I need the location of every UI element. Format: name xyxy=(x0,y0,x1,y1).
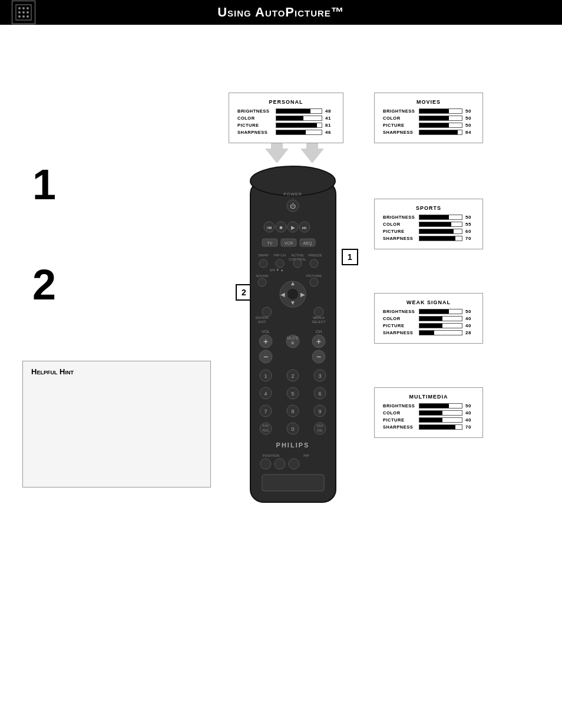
weak-color-bar xyxy=(419,316,463,321)
sports-picture-value: 60 xyxy=(465,229,474,234)
personal-picture-bar xyxy=(276,123,323,128)
multimedia-sharpness-bar xyxy=(419,424,463,430)
movies-row-sharpness: SHARPNESS 84 xyxy=(383,130,474,135)
svg-text:+: + xyxy=(263,337,268,346)
svg-text:DE: DE xyxy=(318,429,322,432)
svg-text:AOL: AOL xyxy=(262,429,270,432)
personal-row-picture: PICTURE 81 xyxy=(237,123,335,128)
svg-text:8: 8 xyxy=(291,409,294,414)
weak-picture-bar xyxy=(419,323,463,328)
svg-text:✕: ✕ xyxy=(290,340,295,346)
svg-text:3: 3 xyxy=(318,373,321,379)
movies-sharpness-bar xyxy=(419,130,463,135)
movies-brightness-bar xyxy=(419,108,463,114)
svg-text:SWAP: SWAP xyxy=(258,253,268,257)
svg-point-99 xyxy=(289,459,299,469)
svg-point-1 xyxy=(18,7,21,9)
multimedia-sharpness-label: SHARPNESS xyxy=(383,424,419,430)
weak-signal-title: WEAK SIGNAL xyxy=(383,299,474,305)
svg-text:5: 5 xyxy=(291,391,294,397)
svg-text:−: − xyxy=(263,352,268,361)
personal-picture-value: 81 xyxy=(325,123,335,128)
panel-weak-signal: WEAK SIGNAL BRIGHTNESS 50 COLOR 40 PICTU… xyxy=(374,293,483,344)
header-icon xyxy=(12,1,35,24)
svg-text:⏭: ⏭ xyxy=(302,225,307,230)
sports-sharpness-bar xyxy=(419,236,463,241)
movies-picture-bar xyxy=(419,123,463,128)
sports-picture-label: PICTURE xyxy=(383,229,419,234)
multimedia-row-color: COLOR 40 xyxy=(383,410,474,416)
multimedia-color-label: COLOR xyxy=(383,410,419,416)
svg-text:PIP CH: PIP CH xyxy=(274,253,286,257)
panel-sports: SPORTS BRIGHTNESS 50 COLOR 55 PICTURE 60… xyxy=(374,199,483,249)
sports-color-value: 55 xyxy=(465,222,474,227)
personal-row-brightness: BRIGHTNESS 48 xyxy=(237,108,335,114)
svg-point-49 xyxy=(262,307,272,317)
weak-picture-value: 40 xyxy=(465,323,474,328)
svg-text:PHILIPS: PHILIPS xyxy=(276,442,310,449)
svg-text:7: 7 xyxy=(264,409,267,414)
sports-brightness-value: 50 xyxy=(465,215,474,220)
weak-row-color: COLOR 40 xyxy=(383,316,474,321)
weak-row-picture: PICTURE 40 xyxy=(383,323,474,328)
svg-text:CH: CH xyxy=(316,330,322,334)
sports-row-picture: PICTURE 60 xyxy=(383,229,474,234)
personal-title: PERSONAL xyxy=(237,99,335,105)
svg-text:ENTER/: ENTER/ xyxy=(256,316,269,319)
movies-color-label: COLOR xyxy=(383,116,419,121)
movies-brightness-value: 50 xyxy=(465,108,474,114)
svg-point-11 xyxy=(250,166,335,196)
sports-row-brightness: BRIGHTNESS 50 xyxy=(383,215,474,220)
multimedia-row-picture: PICTURE 40 xyxy=(383,417,474,423)
sports-brightness-label: BRIGHTNESS xyxy=(383,215,419,220)
svg-point-52 xyxy=(314,307,323,317)
svg-point-8 xyxy=(22,15,25,18)
weak-sharpness-bar xyxy=(419,330,463,335)
svg-point-97 xyxy=(260,459,271,469)
multimedia-picture-bar xyxy=(419,417,463,423)
svg-text:SOUND: SOUND xyxy=(256,274,269,278)
svg-text:TV: TV xyxy=(267,241,273,245)
sports-sharpness-value: 70 xyxy=(465,236,474,241)
multimedia-picture-value: 40 xyxy=(465,417,474,423)
svg-text:VOL: VOL xyxy=(262,330,270,334)
svg-point-6 xyxy=(27,11,29,14)
weak-brightness-label: BRIGHTNESS xyxy=(383,309,419,314)
personal-picture-label: PICTURE xyxy=(237,123,276,128)
svg-text:■: ■ xyxy=(279,225,282,230)
multimedia-row-brightness: BRIGHTNESS 50 xyxy=(383,403,474,409)
movies-sharpness-label: SHARPNESS xyxy=(383,130,419,135)
helpful-hint-box: Helpful Hint xyxy=(22,361,211,487)
multimedia-sharpness-value: 70 xyxy=(465,424,474,430)
svg-text:−: − xyxy=(316,352,321,361)
personal-sharpness-bar xyxy=(276,130,323,135)
personal-color-value: 41 xyxy=(325,116,335,121)
svg-text:ACTIVE: ACTIVE xyxy=(291,253,304,257)
svg-text:POSITION: POSITION xyxy=(263,454,280,457)
sports-brightness-bar xyxy=(419,215,463,220)
svg-text:EXIT: EXIT xyxy=(258,320,266,324)
svg-text:4: 4 xyxy=(264,391,267,397)
movies-title: MOVIES xyxy=(383,99,474,105)
multimedia-brightness-bar xyxy=(419,403,463,409)
panel-movies: MOVIES BRIGHTNESS 50 COLOR 50 PICTURE 50… xyxy=(374,93,483,143)
movies-row-brightness: BRIGHTNESS 50 xyxy=(383,108,474,114)
svg-text:PICTURE: PICTURE xyxy=(306,274,322,278)
movies-color-bar xyxy=(419,116,463,121)
multimedia-brightness-label: BRIGHTNESS xyxy=(383,403,419,409)
weak-row-sharpness: SHARPNESS 28 xyxy=(383,330,474,335)
svg-text:▶: ▶ xyxy=(300,291,305,298)
svg-text:VCR: VCR xyxy=(285,241,293,245)
sports-picture-bar xyxy=(419,229,463,234)
svg-text:FREEZE: FREEZE xyxy=(308,253,322,257)
svg-text:EN ▼  ▲: EN ▼ ▲ xyxy=(270,268,284,272)
movies-row-color: COLOR 50 xyxy=(383,116,474,121)
svg-text:FAV: FAV xyxy=(263,424,269,427)
sports-row-sharpness: SHARPNESS 70 xyxy=(383,236,474,241)
svg-text:GUI: GUI xyxy=(317,424,323,427)
movies-color-value: 50 xyxy=(465,116,474,121)
multimedia-brightness-value: 50 xyxy=(465,403,474,409)
svg-text:6: 6 xyxy=(318,391,321,397)
svg-point-2 xyxy=(22,7,25,9)
movies-brightness-label: BRIGHTNESS xyxy=(383,108,419,114)
